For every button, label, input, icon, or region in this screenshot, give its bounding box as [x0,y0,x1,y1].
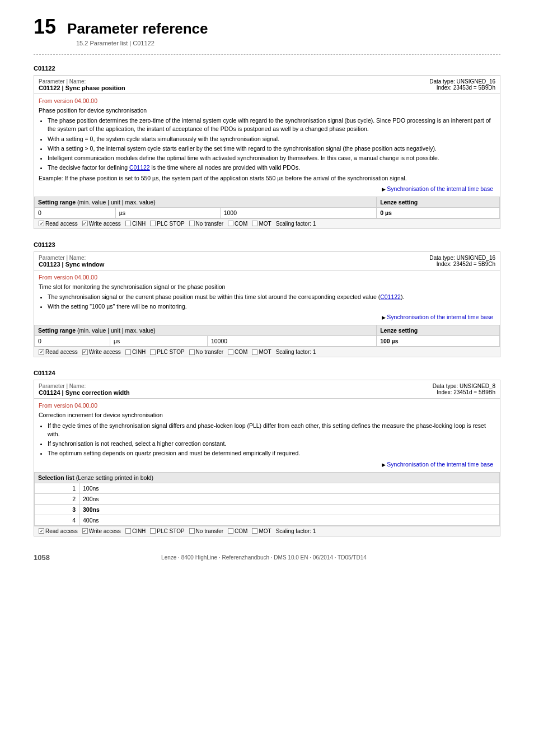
param-link[interactable]: C01122 [380,293,401,300]
checkbox [82,349,88,355]
desc-bullet-item: With a setting = 0, the system cycle sta… [48,135,495,143]
range-header-right: Lenze setting [377,197,500,207]
sel-header: Selection list (Lenze setting printed in… [35,472,500,483]
param-name: C01122 | Sync phase position [39,85,125,91]
param-index: Index: 23452d = 5B9Ch [429,261,495,267]
section-id-c01124: C01124 [34,370,500,376]
param-index: Index: 23453d = 5B9Dh [429,85,495,91]
desc-bullet-item: The phase position determines the zero-t… [48,116,495,133]
table-row: 3300ns [35,504,500,515]
access-label: MOT [259,221,271,227]
checkbox [252,528,257,534]
desc-bullets: If the cycle times of the synchronisatio… [48,422,495,458]
footer-center: Lenze · 8400 HighLine · Referenzhandbuch… [161,554,367,561]
param-body: From version 04.00.00Phase position for … [34,94,500,197]
param-label: Parameter | Name: [39,383,130,389]
desc-intro: Correction increment for device synchron… [39,411,495,419]
range-header-left: Setting range (min. value | unit | max. … [35,197,377,207]
chapter-num: 15 [34,17,56,37]
access-item-no-transfer: No transfer [189,221,223,227]
version-label: From version 04.00.00 [39,402,495,409]
table-row: 2200ns [35,493,500,504]
page-divider [34,54,500,55]
access-item-com: COM [228,349,247,355]
checkbox [39,221,44,226]
access-row: Read accessWrite accessCINHPLC STOPNo tr… [34,526,500,536]
param-description: Time slot for monitoring the synchronisa… [39,283,495,311]
setting-range-table: Setting range (min. value | unit | max. … [34,197,500,218]
access-label: No transfer [196,349,223,355]
access-item-no-transfer: No transfer [189,528,223,534]
version-label: From version 04.00.00 [39,97,495,104]
checkbox [252,221,257,226]
sync-link[interactable]: Synchronisation of the internal time bas… [39,312,495,321]
scaling-factor: Scaling factor: 1 [276,221,316,227]
scaling-factor: Scaling factor: 1 [276,349,316,355]
sync-link[interactable]: Synchronisation of the internal time bas… [39,184,495,193]
desc-intro: Phase position for device synchronisatio… [39,106,495,115]
checkbox [125,221,131,226]
section-id-c01123: C01123 [34,241,500,248]
access-item-cinh: CINH [125,349,146,355]
checkbox [125,349,131,355]
table-row: 1100ns [35,483,500,493]
access-item-write-access: Write access [82,528,121,534]
checkbox [150,349,156,355]
access-item-no-transfer: No transfer [189,349,223,355]
access-label: CINH [132,221,146,227]
desc-example: Example: If the phase position is set to… [39,174,495,183]
sync-link-text: Synchronisation of the internal time bas… [387,461,493,468]
access-row: Read accessWrite accessCINHPLC STOPNo tr… [34,218,500,228]
checkbox [82,221,88,226]
access-label: COM [235,349,247,355]
access-label: COM [235,221,247,227]
access-label: No transfer [196,528,223,534]
param-description: Phase position for device synchronisatio… [39,106,495,183]
access-label: Read access [45,528,78,534]
page-num: 1058 [34,553,50,562]
access-label: No transfer [196,221,223,227]
desc-bullets: The synchronisation signal or the curren… [48,293,495,311]
desc-bullet-item: The optimum setting depends on quartz pr… [48,449,495,458]
selection-list-table: Selection list (Lenze setting printed in… [34,472,500,526]
access-label: Write access [89,528,121,534]
checkbox [189,221,195,226]
access-item-plc-stop: PLC STOP [150,349,184,355]
param-card-header: Parameter | Name:C01122 | Sync phase pos… [34,76,500,94]
range-header-right: Lenze setting [377,325,500,336]
table-row: 0µs10000100 µs [35,336,500,347]
param-section-c01122: C01122Parameter | Name:C01122 | Sync pha… [34,65,500,229]
access-label: COM [235,528,247,534]
sync-link-text: Synchronisation of the internal time bas… [387,314,493,320]
access-item-cinh: CINH [125,528,146,534]
checkbox [150,221,156,226]
checkbox [125,528,131,534]
desc-bullet-item: If the cycle times of the synchronisatio… [48,422,495,438]
sync-link-text: Synchronisation of the internal time bas… [387,185,493,192]
table-row: 0µs10000 µs [35,207,500,218]
access-label: PLC STOP [157,221,184,227]
param-link[interactable]: C01122 [129,164,150,171]
access-item-plc-stop: PLC STOP [150,528,184,534]
desc-bullet-item: The decisive factor for defining C01122 … [48,164,495,172]
access-item-cinh: CINH [125,221,146,227]
page-header: 15 Parameter reference [34,17,500,38]
access-label: CINH [132,349,146,355]
access-label: MOT [259,349,271,355]
checkbox [82,528,88,534]
desc-bullet-item: Intelligent communication modules define… [48,154,495,162]
param-card-header: Parameter | Name:C01124 | Sync correctio… [34,380,500,399]
sync-link[interactable]: Synchronisation of the internal time bas… [39,460,495,469]
param-body: From version 04.00.00Time slot for monit… [34,270,500,325]
access-label: CINH [132,528,146,534]
desc-bullet-item: With the setting "1000 µs" there will be… [48,302,495,311]
access-item-com: COM [228,221,247,227]
param-body: From version 04.00.00Correction incremen… [34,399,500,472]
param-name: C01124 | Sync correction width [39,389,130,396]
desc-bullets: The phase position determines the zero-t… [48,116,495,172]
access-label: Write access [89,349,121,355]
param-card-c01124: Parameter | Name:C01124 | Sync correctio… [34,380,500,536]
access-row: Read accessWrite accessCINHPLC STOPNo tr… [34,347,500,357]
desc-bullet-item: With a setting > 0, the internal system … [48,144,495,153]
access-label: Write access [89,221,121,227]
